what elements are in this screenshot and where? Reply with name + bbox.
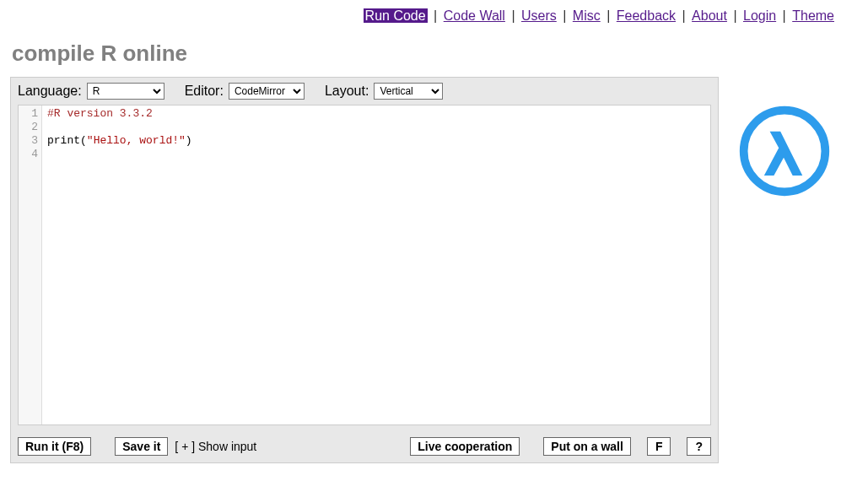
top-nav: Run Code | Code Wall | Users | Misc | Fe…: [0, 0, 868, 24]
code-line[interactable]: [47, 121, 192, 134]
nav-misc[interactable]: Misc: [573, 8, 601, 23]
code-line[interactable]: #R version 3.3.2: [47, 107, 192, 121]
nav-run-code[interactable]: Run Code: [364, 8, 428, 23]
layout-select[interactable]: Vertical: [374, 83, 443, 100]
sidebar: [719, 77, 833, 463]
nav-sep: |: [563, 8, 570, 23]
line-number: 2: [19, 121, 38, 134]
line-number: 3: [19, 134, 38, 148]
code-line[interactable]: [47, 148, 192, 161]
nav-sep: |: [511, 8, 519, 23]
put-on-wall-button[interactable]: Put on a wall: [543, 437, 631, 456]
line-number: 1: [19, 107, 38, 121]
nav-theme[interactable]: Theme: [792, 8, 834, 23]
layout-label: Layout:: [325, 84, 369, 99]
nav-users[interactable]: Users: [521, 8, 557, 23]
language-label: Language:: [18, 84, 82, 99]
nav-sep: |: [607, 8, 614, 23]
bottom-bar: Run it (F8) Save it [ + ] Show input Liv…: [11, 432, 718, 462]
lambda-logo-icon: [736, 102, 833, 200]
run-button[interactable]: Run it (F8): [18, 437, 91, 456]
nav-sep: |: [783, 8, 790, 23]
page-title: compile R online: [12, 41, 868, 67]
show-input-toggle[interactable]: [ + ] Show input: [175, 440, 256, 453]
code-line[interactable]: print("Hello, world!"): [47, 134, 192, 148]
nav-sep: |: [733, 8, 741, 23]
editor-select[interactable]: CodeMirror: [229, 83, 305, 100]
code-content[interactable]: #R version 3.3.2print("Hello, world!"): [42, 105, 192, 424]
line-number: 4: [19, 148, 38, 161]
line-gutter: 1234: [19, 105, 42, 424]
nav-sep: |: [434, 8, 441, 23]
code-editor[interactable]: 1234 #R version 3.3.2print("Hello, world…: [18, 105, 711, 425]
language-select[interactable]: R: [87, 83, 164, 100]
nav-sep: |: [682, 8, 690, 23]
save-button[interactable]: Save it: [115, 437, 168, 456]
nav-about[interactable]: About: [692, 8, 727, 23]
nav-code-wall[interactable]: Code Wall: [444, 8, 505, 23]
controls-bar: Language: R Editor: CodeMirror Layout: V…: [11, 78, 718, 105]
live-cooperation-button[interactable]: Live cooperation: [410, 437, 520, 456]
editor-label: Editor:: [185, 84, 224, 99]
fullscreen-button[interactable]: F: [647, 437, 671, 456]
help-button[interactable]: ?: [687, 437, 711, 456]
nav-login[interactable]: Login: [743, 8, 776, 23]
editor-panel: Language: R Editor: CodeMirror Layout: V…: [10, 77, 719, 463]
nav-feedback[interactable]: Feedback: [617, 8, 676, 23]
